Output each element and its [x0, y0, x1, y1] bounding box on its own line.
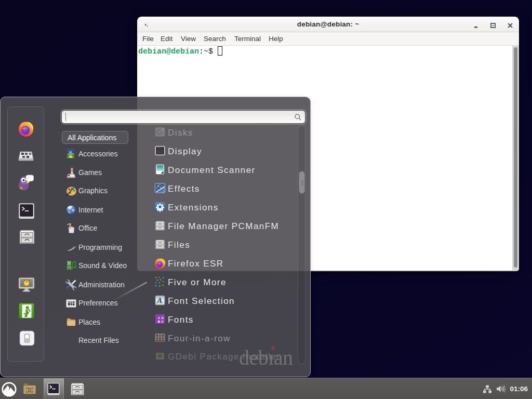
- svg-text:a: a: [158, 319, 161, 324]
- svg-text:a: a: [162, 319, 164, 324]
- svg-text:A: A: [156, 296, 163, 304]
